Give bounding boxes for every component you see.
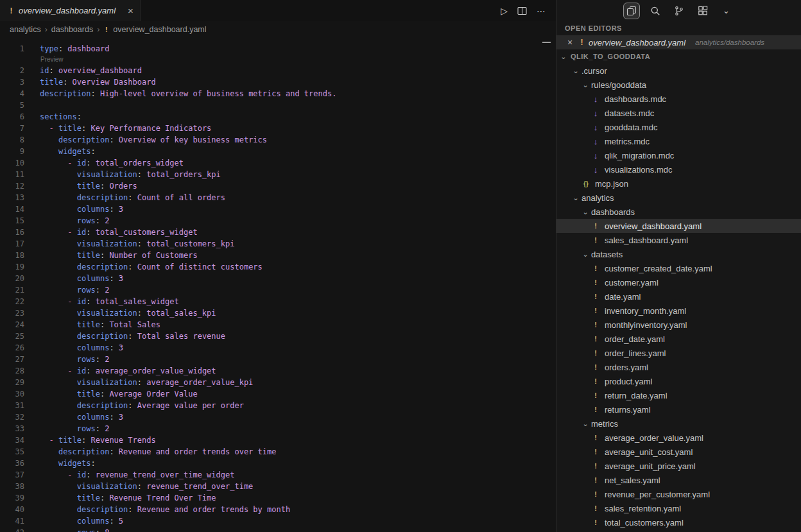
code-editor[interactable]: 1type: dashboardPreview2id: overview_das… bbox=[0, 38, 556, 532]
close-icon[interactable]: × bbox=[567, 38, 575, 47]
code-line-15[interactable]: 15 rows: 2 bbox=[0, 215, 556, 227]
open-editor-item[interactable]: × ! overview_dashboard.yaml analytics/da… bbox=[556, 35, 801, 49]
file-customer_created_date.yaml[interactable]: !customer_created_date.yaml bbox=[556, 261, 801, 275]
code-text: visualization: revenue_trend_over_time bbox=[24, 481, 253, 492]
folder-datasets[interactable]: ⌄datasets bbox=[556, 247, 801, 261]
file-total_customers.yaml[interactable]: !total_customers.yaml bbox=[556, 515, 801, 529]
tab-overview-dashboard[interactable]: ! overview_dashboard.yaml × bbox=[0, 0, 141, 21]
file-average_order_value.yaml[interactable]: !average_order_value.yaml bbox=[556, 431, 801, 445]
files-icon[interactable] bbox=[623, 3, 640, 19]
file-return_date.yaml[interactable]: !return_date.yaml bbox=[556, 388, 801, 402]
file-order_lines.yaml[interactable]: !order_lines.yaml bbox=[556, 346, 801, 360]
chevron-down-icon: ⌄ bbox=[581, 251, 590, 257]
more-actions-button[interactable]: ⋯ bbox=[537, 6, 546, 16]
code-text: description: Revenue and order trends by… bbox=[24, 504, 290, 515]
file-date.yaml[interactable]: !date.yaml bbox=[556, 289, 801, 304]
breadcrumb-item-analytics[interactable]: analytics bbox=[10, 25, 41, 34]
codelens-preview-link[interactable]: Preview bbox=[0, 55, 556, 65]
mdc-icon: ↓ bbox=[590, 94, 601, 104]
code-line-34[interactable]: 34 - title: Revenue Trends bbox=[0, 434, 556, 446]
code-line-6[interactable]: 6sections: bbox=[0, 111, 556, 123]
code-line-25[interactable]: 25 description: Total sales revenue bbox=[0, 330, 556, 342]
file-metrics.mdc[interactable]: ↓metrics.mdc bbox=[556, 134, 801, 148]
run-button[interactable]: ▷ bbox=[501, 6, 508, 16]
chevron-down-icon[interactable]: ⌄ bbox=[718, 3, 735, 19]
code-line-13[interactable]: 13 description: Count of all orders bbox=[0, 192, 556, 203]
file-sales_retention.yaml[interactable]: !sales_retention.yaml bbox=[556, 501, 801, 515]
breadcrumb-item-file[interactable]: overview_dashboard.yaml bbox=[113, 25, 206, 34]
open-editors-header[interactable]: OPEN EDITORS bbox=[556, 21, 801, 35]
code-line-1[interactable]: 1type: dashboard bbox=[0, 43, 556, 55]
file-sales_dashboard.yaml[interactable]: !sales_dashboard.yaml bbox=[556, 233, 801, 247]
file-inventory_month.yaml[interactable]: !inventory_month.yaml bbox=[556, 304, 801, 318]
code-line-41[interactable]: 41 columns: 5 bbox=[0, 515, 556, 527]
tree-item-label: customer_created_date.yaml bbox=[605, 264, 712, 273]
code-line-16[interactable]: 16 - id: total_customers_widget bbox=[0, 227, 556, 238]
file-average_unit_cost.yaml[interactable]: !average_unit_cost.yaml bbox=[556, 445, 801, 459]
code-line-14[interactable]: 14 columns: 3 bbox=[0, 203, 556, 215]
file-overview_dashboard.yaml[interactable]: !overview_dashboard.yaml bbox=[556, 219, 801, 233]
code-line-10[interactable]: 10 - id: total_orders_widget bbox=[0, 157, 556, 169]
code-line-5[interactable]: 5 bbox=[0, 99, 556, 111]
code-line-17[interactable]: 17 visualization: total_customers_kpi bbox=[0, 238, 556, 250]
file-order_date.yaml[interactable]: !order_date.yaml bbox=[556, 332, 801, 346]
code-line-23[interactable]: 23 visualization: total_sales_kpi bbox=[0, 307, 556, 319]
file-net_sales.yaml[interactable]: !net_sales.yaml bbox=[556, 473, 801, 487]
file-mcp.json[interactable]: {}mcp.json bbox=[556, 176, 801, 191]
code-line-19[interactable]: 19 description: Count of distinct custom… bbox=[0, 261, 556, 273]
code-line-28[interactable]: 28 - id: average_order_value_widget bbox=[0, 365, 556, 377]
code-line-18[interactable]: 18 title: Number of Customers bbox=[0, 250, 556, 261]
file-gooddata.mdc[interactable]: ↓gooddata.mdc bbox=[556, 120, 801, 134]
tab-close-icon[interactable]: × bbox=[128, 6, 134, 15]
code-line-40[interactable]: 40 description: Revenue and order trends… bbox=[0, 504, 556, 515]
code-line-37[interactable]: 37 - id: revenue_trend_over_time_widget bbox=[0, 469, 556, 481]
folder-analytics[interactable]: ⌄analytics bbox=[556, 191, 801, 205]
code-line-12[interactable]: 12 title: Orders bbox=[0, 180, 556, 192]
code-line-33[interactable]: 33 rows: 2 bbox=[0, 423, 556, 434]
code-line-3[interactable]: 3title: Overview Dashboard bbox=[0, 76, 556, 88]
breadcrumb-item-dashboards[interactable]: dashboards bbox=[51, 25, 93, 34]
code-line-42[interactable]: 42 rows: 8 bbox=[0, 527, 556, 532]
file-visualizations.mdc[interactable]: ↓visualizations.mdc bbox=[556, 162, 801, 176]
code-line-2[interactable]: 2id: overview_dashboard bbox=[0, 65, 556, 76]
file-product.yaml[interactable]: !product.yaml bbox=[556, 374, 801, 388]
search-icon[interactable] bbox=[647, 3, 664, 19]
file-returns.yaml[interactable]: !returns.yaml bbox=[556, 402, 801, 416]
file-customer.yaml[interactable]: !customer.yaml bbox=[556, 275, 801, 289]
folder-dashboards[interactable]: ⌄dashboards bbox=[556, 205, 801, 219]
file-qlik_migration.mdc[interactable]: ↓qlik_migration.mdc bbox=[556, 148, 801, 162]
extensions-icon[interactable] bbox=[694, 3, 711, 19]
workspace-header[interactable]: ⌄ QLIK_TO_GOODDATA bbox=[556, 49, 801, 64]
code-line-39[interactable]: 39 title: Revenue Trend Over Time bbox=[0, 492, 556, 504]
file-dashboards.mdc[interactable]: ↓dashboards.mdc bbox=[556, 92, 801, 106]
file-revenue_per_customer.yaml[interactable]: !revenue_per_customer.yaml bbox=[556, 487, 801, 501]
folder-.cursor[interactable]: ⌄.cursor bbox=[556, 64, 801, 78]
code-line-38[interactable]: 38 visualization: revenue_trend_over_tim… bbox=[0, 481, 556, 492]
code-line-20[interactable]: 20 columns: 3 bbox=[0, 273, 556, 284]
file-monthlyinventory.yaml[interactable]: !monthlyinventory.yaml bbox=[556, 318, 801, 332]
code-line-35[interactable]: 35 description: Revenue and order trends… bbox=[0, 446, 556, 458]
folder-metrics[interactable]: ⌄metrics bbox=[556, 416, 801, 431]
code-line-30[interactable]: 30 title: Average Order Value bbox=[0, 388, 556, 400]
code-line-11[interactable]: 11 visualization: total_orders_kpi bbox=[0, 169, 556, 180]
source-control-icon[interactable] bbox=[671, 3, 687, 19]
file-datasets.mdc[interactable]: ↓datasets.mdc bbox=[556, 106, 801, 120]
code-line-26[interactable]: 26 columns: 3 bbox=[0, 342, 556, 354]
code-line-7[interactable]: 7 - title: Key Performance Indicators bbox=[0, 123, 556, 134]
file-average_unit_price.yaml[interactable]: !average_unit_price.yaml bbox=[556, 459, 801, 473]
code-text: widgets: bbox=[24, 146, 96, 157]
code-line-29[interactable]: 29 visualization: average_order_value_kp… bbox=[0, 377, 556, 388]
code-line-22[interactable]: 22 - id: total_sales_widget bbox=[0, 296, 556, 307]
code-line-21[interactable]: 21 rows: 2 bbox=[0, 284, 556, 296]
code-line-9[interactable]: 9 widgets: bbox=[0, 146, 556, 157]
code-line-4[interactable]: 4description: High-level overview of bus… bbox=[0, 88, 556, 99]
split-editor-button[interactable] bbox=[517, 6, 527, 15]
code-line-32[interactable]: 32 columns: 3 bbox=[0, 411, 556, 423]
folder-rules/gooddata[interactable]: ⌄rules/gooddata bbox=[556, 78, 801, 92]
code-line-8[interactable]: 8 description: Overview of key business … bbox=[0, 134, 556, 146]
file-orders.yaml[interactable]: !orders.yaml bbox=[556, 360, 801, 374]
code-line-27[interactable]: 27 rows: 2 bbox=[0, 354, 556, 365]
code-line-31[interactable]: 31 description: Average value per order bbox=[0, 400, 556, 411]
code-line-36[interactable]: 36 widgets: bbox=[0, 458, 556, 469]
code-line-24[interactable]: 24 title: Total Sales bbox=[0, 319, 556, 330]
